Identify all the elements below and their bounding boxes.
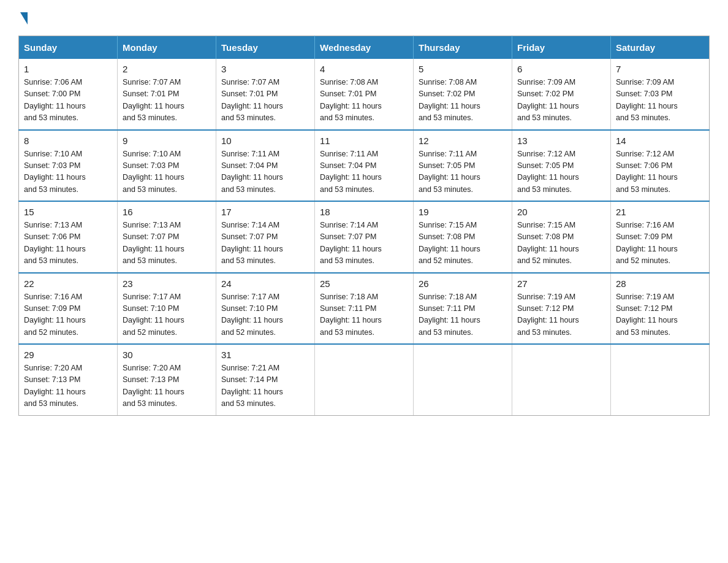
day-info: Sunrise: 7:11 AMSunset: 7:04 PMDaylight:… <box>320 148 408 196</box>
calendar-cell: 7Sunrise: 7:09 AMSunset: 7:03 PMDaylight… <box>611 59 710 130</box>
day-info: Sunrise: 7:18 AMSunset: 7:11 PMDaylight:… <box>419 291 507 339</box>
weekday-header-tuesday: Tuesday <box>216 36 315 59</box>
calendar-cell: 17Sunrise: 7:14 AMSunset: 7:07 PMDayligh… <box>216 201 315 273</box>
day-number: 23 <box>123 278 211 289</box>
page-header <box>18 12 710 23</box>
calendar-cell: 16Sunrise: 7:13 AMSunset: 7:07 PMDayligh… <box>118 201 216 273</box>
calendar-cell: 13Sunrise: 7:12 AMSunset: 7:05 PMDayligh… <box>512 130 611 202</box>
day-number: 1 <box>24 64 112 74</box>
day-info: Sunrise: 7:19 AMSunset: 7:12 PMDaylight:… <box>517 291 605 339</box>
day-number: 11 <box>320 136 408 146</box>
day-number: 22 <box>24 278 112 289</box>
logo <box>18 12 29 23</box>
day-info: Sunrise: 7:09 AMSunset: 7:03 PMDaylight:… <box>616 77 704 124</box>
day-number: 3 <box>221 64 309 74</box>
calendar-cell: 22Sunrise: 7:16 AMSunset: 7:09 PMDayligh… <box>19 273 118 345</box>
day-info: Sunrise: 7:13 AMSunset: 7:06 PMDaylight:… <box>24 220 112 267</box>
day-number: 27 <box>517 278 605 289</box>
calendar-cell: 4Sunrise: 7:08 AMSunset: 7:01 PMDaylight… <box>315 59 414 130</box>
day-info: Sunrise: 7:15 AMSunset: 7:08 PMDaylight:… <box>517 220 605 267</box>
weekday-header-row: SundayMondayTuesdayWednesdayThursdayFrid… <box>19 36 710 59</box>
day-number: 15 <box>24 207 112 217</box>
calendar-cell: 29Sunrise: 7:20 AMSunset: 7:13 PMDayligh… <box>19 344 118 415</box>
day-number: 7 <box>616 64 704 74</box>
calendar-cell: 5Sunrise: 7:08 AMSunset: 7:02 PMDaylight… <box>414 59 512 130</box>
day-info: Sunrise: 7:20 AMSunset: 7:13 PMDaylight:… <box>123 362 211 410</box>
day-number: 6 <box>517 64 605 74</box>
calendar-table: SundayMondayTuesdayWednesdayThursdayFrid… <box>18 36 710 416</box>
calendar-cell: 12Sunrise: 7:11 AMSunset: 7:05 PMDayligh… <box>414 130 512 202</box>
day-info: Sunrise: 7:11 AMSunset: 7:05 PMDaylight:… <box>419 148 507 196</box>
day-number: 16 <box>123 207 211 217</box>
day-info: Sunrise: 7:18 AMSunset: 7:11 PMDaylight:… <box>320 291 408 339</box>
day-number: 10 <box>221 136 309 146</box>
day-number: 9 <box>123 136 211 146</box>
day-info: Sunrise: 7:08 AMSunset: 7:01 PMDaylight:… <box>320 77 408 124</box>
day-info: Sunrise: 7:14 AMSunset: 7:07 PMDaylight:… <box>221 220 309 267</box>
day-number: 2 <box>123 64 211 74</box>
calendar-cell: 31Sunrise: 7:21 AMSunset: 7:14 PMDayligh… <box>216 344 315 415</box>
day-info: Sunrise: 7:21 AMSunset: 7:14 PMDaylight:… <box>221 362 309 410</box>
day-number: 20 <box>517 207 605 217</box>
day-info: Sunrise: 7:17 AMSunset: 7:10 PMDaylight:… <box>123 291 211 339</box>
day-info: Sunrise: 7:07 AMSunset: 7:01 PMDaylight:… <box>123 77 211 124</box>
day-number: 28 <box>616 278 704 289</box>
day-info: Sunrise: 7:10 AMSunset: 7:03 PMDaylight:… <box>24 148 112 196</box>
calendar-cell: 1Sunrise: 7:06 AMSunset: 7:00 PMDaylight… <box>19 59 118 130</box>
calendar-cell: 23Sunrise: 7:17 AMSunset: 7:10 PMDayligh… <box>118 273 216 345</box>
day-number: 4 <box>320 64 408 74</box>
calendar-cell: 20Sunrise: 7:15 AMSunset: 7:08 PMDayligh… <box>512 201 611 273</box>
calendar-week-row: 15Sunrise: 7:13 AMSunset: 7:06 PMDayligh… <box>19 201 710 273</box>
day-info: Sunrise: 7:10 AMSunset: 7:03 PMDaylight:… <box>123 148 211 196</box>
day-number: 5 <box>419 64 507 74</box>
day-info: Sunrise: 7:19 AMSunset: 7:12 PMDaylight:… <box>616 291 704 339</box>
calendar-cell <box>414 344 512 415</box>
day-info: Sunrise: 7:12 AMSunset: 7:06 PMDaylight:… <box>616 148 704 196</box>
day-info: Sunrise: 7:16 AMSunset: 7:09 PMDaylight:… <box>616 220 704 267</box>
day-number: 21 <box>616 207 704 217</box>
calendar-cell: 11Sunrise: 7:11 AMSunset: 7:04 PMDayligh… <box>315 130 414 202</box>
calendar-cell <box>315 344 414 415</box>
calendar-week-row: 1Sunrise: 7:06 AMSunset: 7:00 PMDaylight… <box>19 59 710 130</box>
day-number: 12 <box>419 136 507 146</box>
day-info: Sunrise: 7:09 AMSunset: 7:02 PMDaylight:… <box>517 77 605 124</box>
day-info: Sunrise: 7:13 AMSunset: 7:07 PMDaylight:… <box>123 220 211 267</box>
calendar-week-row: 22Sunrise: 7:16 AMSunset: 7:09 PMDayligh… <box>19 273 710 345</box>
day-info: Sunrise: 7:08 AMSunset: 7:02 PMDaylight:… <box>419 77 507 124</box>
calendar-cell: 2Sunrise: 7:07 AMSunset: 7:01 PMDaylight… <box>118 59 216 130</box>
calendar-cell <box>611 344 710 415</box>
calendar-week-row: 8Sunrise: 7:10 AMSunset: 7:03 PMDaylight… <box>19 130 710 202</box>
day-info: Sunrise: 7:14 AMSunset: 7:07 PMDaylight:… <box>320 220 408 267</box>
calendar-cell: 25Sunrise: 7:18 AMSunset: 7:11 PMDayligh… <box>315 273 414 345</box>
day-number: 31 <box>221 350 309 360</box>
calendar-cell: 6Sunrise: 7:09 AMSunset: 7:02 PMDaylight… <box>512 59 611 130</box>
day-number: 19 <box>419 207 507 217</box>
weekday-header-friday: Friday <box>512 36 611 59</box>
day-number: 17 <box>221 207 309 217</box>
calendar-cell: 8Sunrise: 7:10 AMSunset: 7:03 PMDaylight… <box>19 130 118 202</box>
day-info: Sunrise: 7:06 AMSunset: 7:00 PMDaylight:… <box>24 77 112 124</box>
day-number: 8 <box>24 136 112 146</box>
day-info: Sunrise: 7:20 AMSunset: 7:13 PMDaylight:… <box>24 362 112 410</box>
calendar-cell: 27Sunrise: 7:19 AMSunset: 7:12 PMDayligh… <box>512 273 611 345</box>
calendar-cell: 26Sunrise: 7:18 AMSunset: 7:11 PMDayligh… <box>414 273 512 345</box>
calendar-cell <box>512 344 611 415</box>
day-number: 30 <box>123 350 211 360</box>
weekday-header-wednesday: Wednesday <box>315 36 414 59</box>
calendar-cell: 19Sunrise: 7:15 AMSunset: 7:08 PMDayligh… <box>414 201 512 273</box>
calendar-cell: 24Sunrise: 7:17 AMSunset: 7:10 PMDayligh… <box>216 273 315 345</box>
day-number: 18 <box>320 207 408 217</box>
day-number: 26 <box>419 278 507 289</box>
day-number: 25 <box>320 278 408 289</box>
calendar-cell: 30Sunrise: 7:20 AMSunset: 7:13 PMDayligh… <box>118 344 216 415</box>
calendar-cell: 9Sunrise: 7:10 AMSunset: 7:03 PMDaylight… <box>118 130 216 202</box>
day-info: Sunrise: 7:12 AMSunset: 7:05 PMDaylight:… <box>517 148 605 196</box>
day-number: 14 <box>616 136 704 146</box>
calendar-cell: 15Sunrise: 7:13 AMSunset: 7:06 PMDayligh… <box>19 201 118 273</box>
weekday-header-monday: Monday <box>118 36 216 59</box>
calendar-cell: 28Sunrise: 7:19 AMSunset: 7:12 PMDayligh… <box>611 273 710 345</box>
calendar-cell: 21Sunrise: 7:16 AMSunset: 7:09 PMDayligh… <box>611 201 710 273</box>
weekday-header-thursday: Thursday <box>414 36 512 59</box>
weekday-header-sunday: Sunday <box>19 36 118 59</box>
day-info: Sunrise: 7:16 AMSunset: 7:09 PMDaylight:… <box>24 291 112 339</box>
